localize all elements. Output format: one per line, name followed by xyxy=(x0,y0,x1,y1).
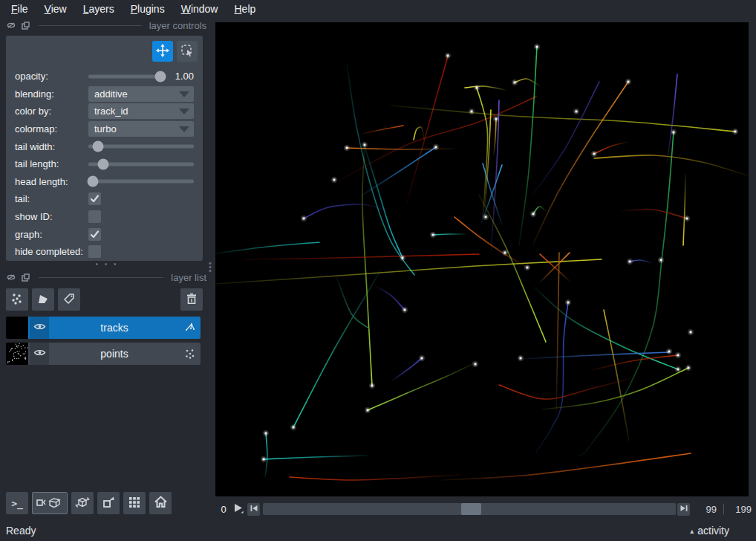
tracks-thumbnail xyxy=(6,317,28,339)
track-path xyxy=(407,56,448,202)
tracks-visualization xyxy=(215,22,749,496)
roll-button[interactable] xyxy=(71,492,94,514)
point-marker xyxy=(593,153,596,155)
point-marker xyxy=(364,144,366,146)
hide-completed-checkbox[interactable] xyxy=(88,245,101,258)
blending-dropdown[interactable]: additive xyxy=(88,86,194,102)
point-marker xyxy=(527,267,529,269)
new-shapes-layer-button[interactable] xyxy=(32,288,54,311)
point-marker xyxy=(293,427,295,429)
tail-length-slider-handle[interactable] xyxy=(97,158,108,169)
point-marker xyxy=(576,111,578,113)
layer-list-titlebar: layer list xyxy=(0,270,214,285)
track-path xyxy=(264,456,368,459)
opacity-value: 1.00 xyxy=(169,71,194,82)
dock-resize-handle[interactable]: • • • xyxy=(0,261,214,270)
points-layer-name: points xyxy=(49,348,180,360)
graph-checkbox[interactable] xyxy=(88,228,101,241)
menu-layers[interactable]: Layers xyxy=(75,1,123,17)
point-marker xyxy=(432,234,434,236)
point-marker xyxy=(371,385,374,387)
new-points-layer-button[interactable] xyxy=(6,288,28,311)
grid-button[interactable] xyxy=(123,492,146,514)
color-by-dropdown[interactable]: track_id xyxy=(88,103,194,119)
point-marker xyxy=(677,369,680,371)
track-path xyxy=(485,110,491,207)
menu-plugins[interactable]: Plugins xyxy=(123,1,173,17)
scrollbar-thumb[interactable] xyxy=(461,503,481,515)
menu-help[interactable]: Help xyxy=(226,1,264,17)
points-visibility-toggle[interactable] xyxy=(30,343,49,365)
home-button[interactable] xyxy=(149,492,172,514)
ndisplay-button[interactable] xyxy=(32,492,68,514)
transform-button[interactable] xyxy=(177,41,198,62)
home-icon xyxy=(154,495,168,511)
head-length-slider[interactable] xyxy=(88,173,194,191)
activity-label: activity xyxy=(697,525,729,537)
dock-float-icon[interactable] xyxy=(21,273,30,282)
point-marker xyxy=(447,55,449,57)
tail-width-slider-handle[interactable] xyxy=(92,141,103,152)
show-id-checkbox[interactable] xyxy=(88,210,101,223)
control-row-show-id: show ID: xyxy=(6,208,203,226)
point-marker xyxy=(485,216,487,218)
step-first-button[interactable] xyxy=(247,503,260,516)
colormap-dropdown[interactable]: turbo xyxy=(88,121,194,137)
control-row-tail: tail: xyxy=(6,190,203,208)
dimension-slider-row: 0 99 199 xyxy=(215,499,756,519)
transpose-button[interactable] xyxy=(97,492,120,514)
track-path xyxy=(630,260,651,263)
opacity-slider-handle[interactable] xyxy=(154,71,166,82)
menu-file[interactable]: File xyxy=(3,1,36,17)
activity-toggle[interactable]: ▴ activity xyxy=(690,525,729,537)
play-button[interactable] xyxy=(232,503,244,516)
tail-checkbox[interactable] xyxy=(88,192,101,205)
track-path xyxy=(364,144,403,258)
mode-buttons xyxy=(6,41,203,68)
pan-zoom-button[interactable] xyxy=(152,41,173,62)
control-row-hide-completed: hide completed: xyxy=(6,243,203,261)
menu-window[interactable]: Window xyxy=(173,1,227,17)
tail-width-slider[interactable] xyxy=(88,137,194,155)
console-button[interactable]: >_ xyxy=(6,492,28,514)
dock-float-icon[interactable] xyxy=(21,21,30,30)
shapes-icon xyxy=(36,292,50,308)
head-length-slider-handle[interactable] xyxy=(87,176,98,187)
color-by-label: color by: xyxy=(15,106,88,117)
track-path xyxy=(580,132,674,456)
track-path xyxy=(442,453,691,480)
point-marker xyxy=(421,357,423,360)
frame-scrollbar[interactable] xyxy=(263,503,676,515)
menu-view[interactable]: View xyxy=(36,1,75,17)
dock-hide-icon[interactable] xyxy=(6,21,16,30)
track-path xyxy=(215,259,602,284)
opacity-slider[interactable] xyxy=(88,68,164,85)
point-marker xyxy=(333,179,336,181)
step-last-button[interactable] xyxy=(677,503,690,516)
control-row-head-length: head length: xyxy=(6,173,203,191)
delete-layer-button[interactable] xyxy=(180,288,203,311)
track-path xyxy=(542,368,688,409)
track-path xyxy=(594,142,628,154)
track-path xyxy=(377,287,405,310)
point-marker xyxy=(668,351,671,353)
layer-row-tracks[interactable]: tracks xyxy=(6,317,201,339)
axis-label: 0 xyxy=(215,504,232,515)
track-path xyxy=(535,302,568,453)
track-path xyxy=(414,127,424,140)
panel-splitter-handle[interactable]: ••• xyxy=(208,262,212,273)
track-path xyxy=(521,352,669,359)
canvas-viewport[interactable] xyxy=(215,22,749,496)
track-path xyxy=(368,363,474,410)
point-marker xyxy=(514,82,516,84)
tail-length-slider[interactable] xyxy=(88,155,194,173)
point-marker xyxy=(435,146,437,149)
point-marker xyxy=(495,118,498,120)
control-row-blending: blending:additive xyxy=(6,85,203,103)
layer-row-points[interactable]: points xyxy=(6,343,201,365)
dock-hide-icon[interactable] xyxy=(6,273,16,282)
new-labels-layer-button[interactable] xyxy=(58,288,80,311)
point-marker xyxy=(690,331,692,334)
tracks-visibility-toggle[interactable] xyxy=(30,317,49,339)
roll-icon xyxy=(74,494,91,513)
